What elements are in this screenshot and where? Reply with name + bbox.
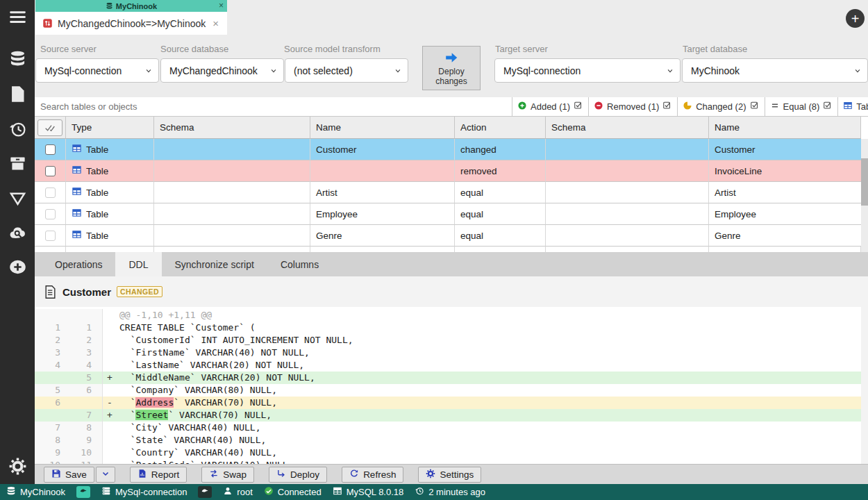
deploy-button[interactable]: Deploy — [269, 467, 327, 483]
column-header-name[interactable]: Name — [709, 117, 861, 139]
ddl-header: Customer CHANGED — [35, 276, 868, 307]
filter-added[interactable]: Added (1) — [512, 97, 588, 116]
search-input[interactable] — [35, 97, 511, 116]
table-row-customer[interactable]: TableCustomerchangedCustomer — [35, 139, 868, 160]
diff-line: 89 `State` VARCHAR(40) NULL, — [35, 434, 868, 447]
column-header-action[interactable]: Action — [455, 117, 546, 139]
table-row-genre[interactable]: TableGenreequalGenre — [35, 225, 868, 247]
cloud-search-icon[interactable] — [0, 224, 35, 242]
source-name-cell: Employee — [310, 203, 455, 225]
checkbox-checked-icon[interactable] — [662, 101, 672, 112]
tab-ddl[interactable]: DDL — [115, 252, 161, 276]
save-button[interactable]: Save — [44, 467, 94, 483]
button-label: Settings — [440, 469, 474, 480]
statusbar-version[interactable]: MySQL 8.0.18 — [333, 486, 404, 498]
add-icon[interactable] — [0, 258, 35, 276]
tab-mychinook[interactable]: MyChinook × — [35, 0, 227, 12]
archive-icon[interactable] — [0, 154, 35, 173]
chevron-down-icon — [667, 67, 674, 74]
compare-icon — [42, 18, 53, 28]
source-database-label: Source database — [160, 44, 228, 54]
chevron-down-icon — [145, 67, 152, 74]
menu-icon[interactable] — [0, 8, 35, 26]
report-button[interactable]: Report — [130, 467, 187, 483]
check-all-button[interactable] — [37, 119, 62, 136]
chevron-down-icon — [101, 469, 110, 481]
macros-icon[interactable] — [0, 189, 35, 208]
new-tab-button[interactable]: + — [846, 9, 865, 28]
checkbox-checked-icon[interactable] — [750, 101, 760, 112]
source-model-transform-label: Source model transform — [284, 44, 381, 54]
table-icon — [72, 186, 86, 199]
target-database-select[interactable]: MyChinook — [682, 58, 868, 83]
statusbar-status[interactable]: Connected — [264, 486, 322, 498]
statusbar-database[interactable]: MyChinook — [6, 486, 65, 498]
row-checkbox[interactable] — [45, 188, 56, 198]
target-server-label: Target server — [495, 44, 548, 54]
scrollbar-thumb[interactable] — [861, 158, 868, 206]
tab-operations[interactable]: Operations — [42, 252, 115, 276]
filter-removed[interactable]: Removed (1) — [588, 97, 677, 116]
statusbar-engine-dst[interactable] — [198, 486, 212, 498]
filter-tables[interactable]: Tables (12) — [837, 97, 868, 116]
diff-scrollbar[interactable] — [861, 307, 868, 464]
statusbar-refreshed[interactable]: 2 minutes ago — [415, 486, 485, 498]
database-icon[interactable] — [0, 49, 35, 68]
row-checkbox[interactable] — [45, 231, 56, 241]
column-header-type[interactable]: Type — [66, 117, 154, 139]
filter-changed[interactable]: Changed (2) — [677, 97, 764, 116]
source-model-transform-select[interactable]: (not selected) — [285, 58, 408, 83]
file-icon[interactable] — [0, 85, 35, 103]
type-cell: Table — [66, 225, 154, 247]
swap-button[interactable]: Swap — [201, 467, 254, 483]
button-label: Save — [65, 469, 87, 480]
row-checkbox[interactable] — [45, 209, 56, 219]
statusbar-label: root — [237, 487, 252, 497]
search-row: Added (1)Removed (1)Changed (2)Equal (8)… — [35, 97, 868, 117]
save-dropdown-button[interactable] — [96, 467, 115, 483]
target-name-cell: Artist — [709, 182, 861, 203]
column-header-name[interactable]: Name — [310, 117, 455, 139]
scrollbar-track[interactable] — [861, 139, 868, 252]
close-icon[interactable]: × — [212, 17, 219, 29]
table-row-artist[interactable]: TableArtistequalArtist — [35, 182, 868, 203]
diff-line: 22 `CustomerId` INT AUTO_INCREMENT NOT N… — [35, 334, 868, 347]
select-value: MySql-connection — [503, 65, 581, 76]
tab-compare[interactable]: MyChangedChinook=>MyChinook × — [35, 12, 227, 35]
user-icon — [223, 486, 233, 498]
refresh-button[interactable]: Refresh — [342, 467, 403, 483]
statusbar-label: Connected — [278, 487, 322, 497]
action-cell: equal — [455, 203, 546, 225]
diff-line: 11 CREATE TABLE `Customer` ( — [35, 322, 868, 334]
checkbox-checked-icon[interactable] — [574, 101, 583, 112]
source-server-select[interactable]: MySql-connection — [35, 58, 159, 83]
filter-badges: Added (1)Removed (1)Changed (2)Equal (8)… — [512, 97, 868, 116]
source-database-select[interactable]: MyChangedChinook — [160, 58, 284, 83]
table-row-employee[interactable]: TableEmployeeequalEmployee — [35, 203, 868, 225]
tab-columns[interactable]: Columns — [267, 252, 332, 276]
checkbox-checked-icon[interactable] — [823, 101, 833, 112]
settings-button[interactable]: Settings — [418, 467, 481, 483]
source-schema-cell — [154, 182, 310, 203]
table-icon — [72, 143, 86, 156]
table-row-invoiceline[interactable]: TableremovedInvoiceLine — [35, 160, 868, 182]
row-checkbox[interactable] — [45, 166, 56, 176]
ddl-diff-view[interactable]: @@ -1,10 +1,11 @@ 11 CREATE TABLE `Custo… — [35, 307, 868, 464]
statusbar-engine-src[interactable] — [76, 486, 90, 498]
statusbar-user[interactable]: root — [223, 486, 252, 498]
close-icon[interactable]: × — [219, 1, 224, 10]
connected-icon — [264, 486, 274, 498]
target-name-cell: Genre — [709, 225, 861, 247]
column-header-schema[interactable]: Schema — [546, 117, 709, 139]
filter-equal[interactable]: Equal (8) — [765, 97, 838, 116]
table-icon — [72, 208, 86, 220]
deploy-changes-button[interactable]: Deploy changes — [422, 46, 481, 90]
history-icon[interactable] — [0, 119, 35, 138]
tab-synchronize-script[interactable]: Synchronize script — [162, 252, 267, 276]
target-server-select[interactable]: MySql-connection — [494, 58, 681, 83]
type-cell: Table — [66, 203, 154, 225]
statusbar-connection[interactable]: MySql-connection — [101, 486, 187, 498]
row-checkbox[interactable] — [45, 144, 56, 155]
gear-icon[interactable] — [0, 457, 35, 476]
column-header-schema[interactable]: Schema — [154, 117, 310, 139]
